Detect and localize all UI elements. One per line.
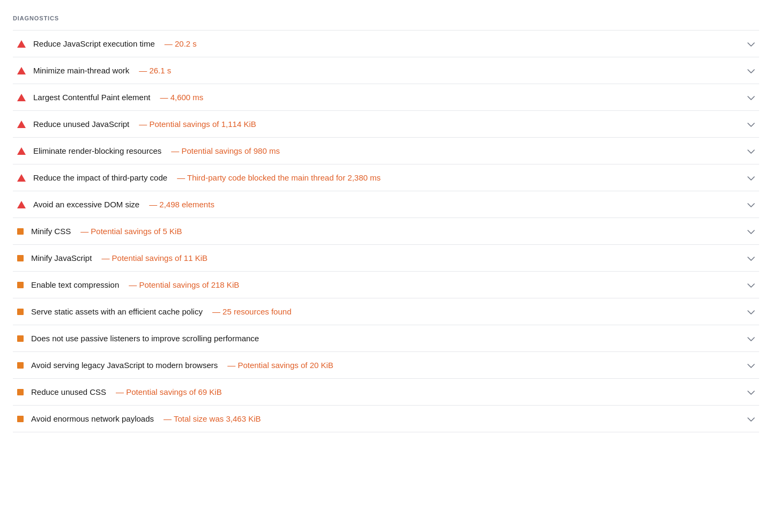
diagnostic-item-dom-size[interactable]: Avoid an excessive DOM size — 2,498 elem…	[13, 191, 759, 218]
diagnostic-item-eliminate-render-blocking[interactable]: Eliminate render-blocking resources — Po…	[13, 138, 759, 164]
item-label-network-payloads: Avoid enormous network payloads	[31, 414, 154, 423]
section-title: DIAGNOSTICS	[13, 11, 759, 26]
diagnostic-item-reduce-js-execution[interactable]: Reduce JavaScript execution time — 20.2 …	[13, 31, 759, 57]
red-triangle-icon	[17, 66, 26, 75]
red-triangle-icon	[17, 93, 26, 102]
diagnostic-item-cache-policy[interactable]: Serve static assets with an efficient ca…	[13, 298, 759, 325]
orange-square-icon	[17, 335, 24, 342]
chevron-down-icon[interactable]	[747, 40, 755, 48]
item-label-dom-size: Avoid an excessive DOM size	[33, 200, 139, 209]
item-label-reduce-js-execution: Reduce JavaScript execution time	[33, 39, 155, 48]
item-detail-legacy-js: — Potential savings of 20 KiB	[227, 361, 333, 370]
diagnostic-item-passive-listeners[interactable]: Does not use passive listeners to improv…	[13, 325, 759, 352]
item-detail-third-party-code: — Third-party code blocked the main thre…	[177, 173, 381, 182]
diagnostic-item-text-compression[interactable]: Enable text compression — Potential savi…	[13, 272, 759, 298]
orange-square-icon	[17, 389, 24, 395]
diagnostic-item-minify-js[interactable]: Minify JavaScript — Potential savings of…	[13, 245, 759, 272]
diagnostic-item-reduce-unused-js[interactable]: Reduce unused JavaScript — Potential sav…	[13, 111, 759, 138]
item-label-minimize-main-thread: Minimize main-thread work	[33, 66, 129, 75]
chevron-down-icon[interactable]	[747, 281, 755, 289]
chevron-down-icon[interactable]	[747, 120, 755, 129]
orange-square-icon	[17, 255, 24, 261]
orange-square-icon	[17, 362, 24, 369]
red-triangle-icon	[17, 40, 26, 48]
item-label-passive-listeners: Does not use passive listeners to improv…	[31, 334, 259, 343]
item-label-eliminate-render-blocking: Eliminate render-blocking resources	[33, 146, 161, 155]
item-detail-unused-css: — Potential savings of 69 KiB	[116, 387, 222, 396]
item-detail-cache-policy: — 25 resources found	[212, 307, 292, 316]
item-detail-text-compression: — Potential savings of 218 KiB	[129, 280, 239, 289]
item-label-legacy-js: Avoid serving legacy JavaScript to moder…	[31, 361, 218, 370]
item-detail-largest-contentful-paint: — 4,600 ms	[160, 93, 203, 102]
item-detail-eliminate-render-blocking: — Potential savings of 980 ms	[171, 146, 280, 155]
diagnostic-item-network-payloads[interactable]: Avoid enormous network payloads — Total …	[13, 406, 759, 432]
chevron-down-icon[interactable]	[747, 147, 755, 155]
item-detail-network-payloads: — Total size was 3,463 KiB	[164, 414, 261, 423]
item-detail-minify-css: — Potential savings of 5 KiB	[80, 227, 182, 236]
item-label-minify-css: Minify CSS	[31, 227, 71, 236]
red-triangle-icon	[17, 120, 26, 129]
item-label-minify-js: Minify JavaScript	[31, 253, 92, 263]
item-detail-reduce-js-execution: — 20.2 s	[165, 39, 197, 48]
item-label-text-compression: Enable text compression	[31, 280, 119, 289]
chevron-down-icon[interactable]	[747, 174, 755, 182]
orange-square-icon	[17, 282, 24, 288]
item-detail-minify-js: — Potential savings of 11 KiB	[101, 253, 207, 263]
item-label-unused-css: Reduce unused CSS	[31, 387, 106, 396]
item-detail-dom-size: — 2,498 elements	[149, 200, 214, 209]
chevron-down-icon[interactable]	[747, 334, 755, 343]
diagnostic-item-third-party-code[interactable]: Reduce the impact of third-party code — …	[13, 164, 759, 191]
item-detail-reduce-unused-js: — Potential savings of 1,114 KiB	[139, 119, 256, 129]
chevron-down-icon[interactable]	[747, 308, 755, 316]
diagnostic-item-legacy-js[interactable]: Avoid serving legacy JavaScript to moder…	[13, 352, 759, 379]
red-triangle-icon	[17, 174, 26, 182]
item-detail-minimize-main-thread: — 26.1 s	[139, 66, 171, 75]
chevron-down-icon[interactable]	[747, 200, 755, 209]
chevron-down-icon[interactable]	[747, 227, 755, 236]
diagnostic-item-minimize-main-thread[interactable]: Minimize main-thread work — 26.1 s	[13, 57, 759, 84]
orange-square-icon	[17, 228, 24, 235]
item-label-reduce-unused-js: Reduce unused JavaScript	[33, 119, 129, 129]
orange-square-icon	[17, 309, 24, 315]
diagnostics-list: Reduce JavaScript execution time — 20.2 …	[13, 30, 759, 432]
chevron-down-icon[interactable]	[747, 66, 755, 75]
diagnostic-item-unused-css[interactable]: Reduce unused CSS — Potential savings of…	[13, 379, 759, 406]
diagnostic-item-largest-contentful-paint[interactable]: Largest Contentful Paint element — 4,600…	[13, 84, 759, 111]
chevron-down-icon[interactable]	[747, 415, 755, 423]
item-label-largest-contentful-paint: Largest Contentful Paint element	[33, 93, 150, 102]
red-triangle-icon	[17, 200, 26, 209]
item-label-third-party-code: Reduce the impact of third-party code	[33, 173, 167, 182]
red-triangle-icon	[17, 147, 26, 155]
chevron-down-icon[interactable]	[747, 361, 755, 370]
diagnostics-container: DIAGNOSTICS Reduce JavaScript execution …	[0, 0, 772, 532]
chevron-down-icon[interactable]	[747, 254, 755, 263]
item-label-cache-policy: Serve static assets with an efficient ca…	[31, 307, 203, 316]
chevron-down-icon[interactable]	[747, 93, 755, 102]
diagnostic-item-minify-css[interactable]: Minify CSS — Potential savings of 5 KiB	[13, 218, 759, 245]
chevron-down-icon[interactable]	[747, 388, 755, 396]
orange-square-icon	[17, 416, 24, 422]
